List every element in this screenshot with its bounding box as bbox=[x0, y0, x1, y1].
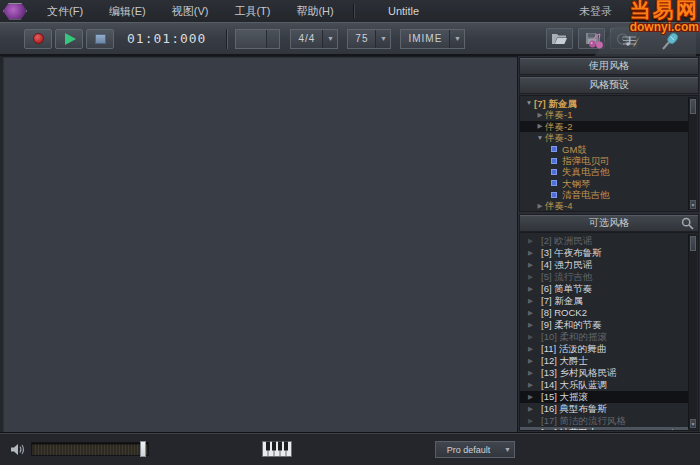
time-signature-select[interactable]: 4/4 ▼ bbox=[290, 29, 338, 49]
style-list-item[interactable]: ▶ [16] 典型布鲁斯 bbox=[520, 403, 688, 415]
track-bullet-icon bbox=[551, 180, 557, 186]
menu-view[interactable]: 视图(V) bbox=[159, 0, 222, 22]
style-list-item[interactable]: ▶ [17] 简洁的流行风格 bbox=[520, 415, 688, 427]
chevron-down-icon[interactable]: ▼ bbox=[375, 30, 390, 48]
style-list-item[interactable]: ▶ [4] 强力民谣 bbox=[520, 259, 688, 271]
play-button[interactable] bbox=[55, 29, 83, 49]
status-bar: Pro default ▼ bbox=[0, 432, 700, 465]
audio-preset-select[interactable]: Pro default ▼ bbox=[435, 441, 515, 458]
tree-leaf-bass[interactable]: 指弹电贝司 bbox=[520, 155, 688, 166]
chord-tab-button[interactable] bbox=[584, 30, 608, 52]
tempo-select[interactable]: 75 ▼ bbox=[347, 29, 391, 49]
star-icon[interactable]: ★ bbox=[668, 428, 677, 431]
style-list-item[interactable]: ▶ [14] 大乐队蓝调 bbox=[520, 379, 688, 391]
style-list-item[interactable]: ▶ [12] 大爵士 bbox=[520, 355, 688, 367]
track-bullet-icon bbox=[551, 169, 557, 175]
style-list-item[interactable]: ▶ [10] 柔和的摇滚 bbox=[520, 331, 688, 343]
piano-keyboard-button[interactable] bbox=[262, 441, 292, 461]
record-icon bbox=[33, 33, 44, 44]
style-list-item[interactable]: ▶ [6] 简单节奏 bbox=[520, 283, 688, 295]
style-label: [9] 柔和的节奏 bbox=[541, 320, 602, 330]
tree-leaf-piano[interactable]: 大钢琴 bbox=[520, 178, 688, 189]
style-label: [17] 简洁的流行风格 bbox=[541, 416, 626, 426]
tree-node-accomp3[interactable]: ▼ 伴奏-3 bbox=[520, 132, 688, 143]
time-display: 01:01:000 bbox=[127, 31, 206, 46]
tree-leaf-clean-guitar[interactable]: 清音电吉他 bbox=[520, 189, 688, 200]
style-list-item[interactable]: ▶ [2] 欧洲民谣 bbox=[520, 235, 688, 247]
style-list-item[interactable]: ▶ [7] 新金属 bbox=[520, 295, 688, 307]
style-list-item[interactable]: ▶ [15] 大摇滚 bbox=[520, 391, 688, 403]
chevron-down-icon[interactable]: ▼ bbox=[501, 446, 514, 453]
vocal-tab-button[interactable] bbox=[658, 30, 682, 52]
mute-button[interactable] bbox=[8, 441, 28, 458]
arrow-right-icon: ▶ bbox=[528, 310, 541, 317]
chevron-down-icon[interactable]: ▼ bbox=[535, 135, 545, 142]
tree-node-label: [7] 新金属 bbox=[534, 99, 577, 109]
favorite-group: ★ ♥ bbox=[668, 428, 688, 431]
available-styles-label: 可选风格 bbox=[589, 216, 629, 230]
scrollbar[interactable]: ▼ bbox=[688, 97, 697, 210]
arrow-right-icon: ▶ bbox=[528, 406, 541, 413]
tree-node-label: 伴奏-2 bbox=[545, 122, 572, 132]
score-tab-button[interactable] bbox=[620, 30, 644, 52]
style-label: [10] 柔和的摇滚 bbox=[541, 332, 607, 342]
arrow-right-icon: ▶ bbox=[528, 322, 541, 329]
login-status[interactable]: 未登录 bbox=[579, 4, 612, 19]
time-signature-value: 4/4 bbox=[291, 33, 322, 44]
style-preset-header: 风格预设 bbox=[519, 76, 699, 94]
chevron-down-icon[interactable]: ▼ bbox=[449, 30, 464, 48]
volume-slider-handle[interactable] bbox=[140, 441, 146, 457]
scroll-down-button[interactable]: ▼ bbox=[690, 419, 696, 428]
style-list-item-selected[interactable]: ▶ [18] 波萨爵士 ★ ♥ bbox=[520, 427, 688, 431]
play-icon bbox=[65, 33, 76, 45]
toolbar-separator bbox=[226, 29, 227, 49]
style-label: [4] 强力民谣 bbox=[541, 260, 592, 270]
style-list-item[interactable]: ▶ [9] 柔和的节奏 bbox=[520, 319, 688, 331]
record-button[interactable] bbox=[24, 29, 52, 49]
scrollbar[interactable]: ▼ bbox=[688, 234, 697, 429]
menu-tools[interactable]: 工具(T) bbox=[221, 0, 283, 22]
arrow-right-icon: ▶ bbox=[528, 262, 541, 269]
chevron-right-icon[interactable]: ▶ bbox=[535, 203, 545, 210]
arrangement-canvas[interactable] bbox=[0, 56, 517, 432]
chevron-right-icon[interactable]: ▶ bbox=[535, 112, 545, 119]
chevron-down-icon[interactable]: ▼ bbox=[322, 30, 337, 48]
scroll-down-button[interactable]: ▼ bbox=[690, 200, 696, 209]
tree-node-accomp2[interactable]: ▶ 伴奏-2 bbox=[520, 121, 688, 132]
scrollbar-thumb[interactable] bbox=[690, 99, 696, 114]
tree-leaf-label: 清音电吉他 bbox=[562, 190, 610, 200]
heart-icon[interactable]: ♥ bbox=[681, 428, 687, 431]
style-list-item[interactable]: ▶ [13] 乡村风格民谣 bbox=[520, 367, 688, 379]
menu-help[interactable]: 帮助(H) bbox=[283, 0, 346, 22]
tree-leaf-label: GM鼓 bbox=[562, 145, 587, 155]
menu-edit[interactable]: 编辑(E) bbox=[96, 0, 159, 22]
style-list-item[interactable]: ▶ [8] ROCK2 bbox=[520, 307, 688, 319]
tree-node-root[interactable]: ▼ [7] 新金属 bbox=[520, 98, 688, 109]
style-label: [11] 活泼的舞曲 bbox=[541, 344, 606, 354]
style-list-item[interactable]: ▶ [5] 流行吉他 bbox=[520, 271, 688, 283]
chevron-right-icon[interactable]: ▶ bbox=[535, 123, 545, 130]
style-label: [8] ROCK2 bbox=[541, 308, 587, 318]
key-display-sub bbox=[267, 30, 279, 48]
key-display-main bbox=[236, 30, 267, 48]
marker-select[interactable]: IMIME ▼ bbox=[400, 29, 465, 49]
style-label: [15] 大摇滚 bbox=[541, 392, 588, 402]
stop-button[interactable] bbox=[86, 29, 114, 49]
tree-leaf-gm-drums[interactable]: GM鼓 bbox=[520, 144, 688, 155]
volume-slider[interactable] bbox=[31, 442, 149, 456]
scrollbar-thumb[interactable] bbox=[690, 236, 696, 251]
use-style-button[interactable]: 使用风格 bbox=[519, 57, 699, 75]
track-bullet-icon bbox=[551, 146, 557, 152]
tree-leaf-dist-guitar[interactable]: 失真电吉他 bbox=[520, 166, 688, 177]
tree-node-accomp4[interactable]: ▶ 伴奏-4 bbox=[520, 201, 688, 212]
tree-leaf-label: 失真电吉他 bbox=[562, 167, 610, 177]
chevron-down-icon[interactable]: ▼ bbox=[524, 100, 534, 107]
audio-preset-value: Pro default bbox=[436, 445, 501, 455]
menu-file[interactable]: 文件(F) bbox=[34, 0, 96, 22]
style-list-item[interactable]: ▶ [11] 活泼的舞曲 bbox=[520, 343, 688, 355]
tree-node-accomp1[interactable]: ▶ 伴奏-1 bbox=[520, 109, 688, 120]
tree-leaf-label: 指弹电贝司 bbox=[562, 156, 610, 166]
search-button[interactable] bbox=[681, 217, 694, 232]
use-style-label: 使用风格 bbox=[589, 59, 629, 73]
style-list-item[interactable]: ▶ [3] 午夜布鲁斯 bbox=[520, 247, 688, 259]
